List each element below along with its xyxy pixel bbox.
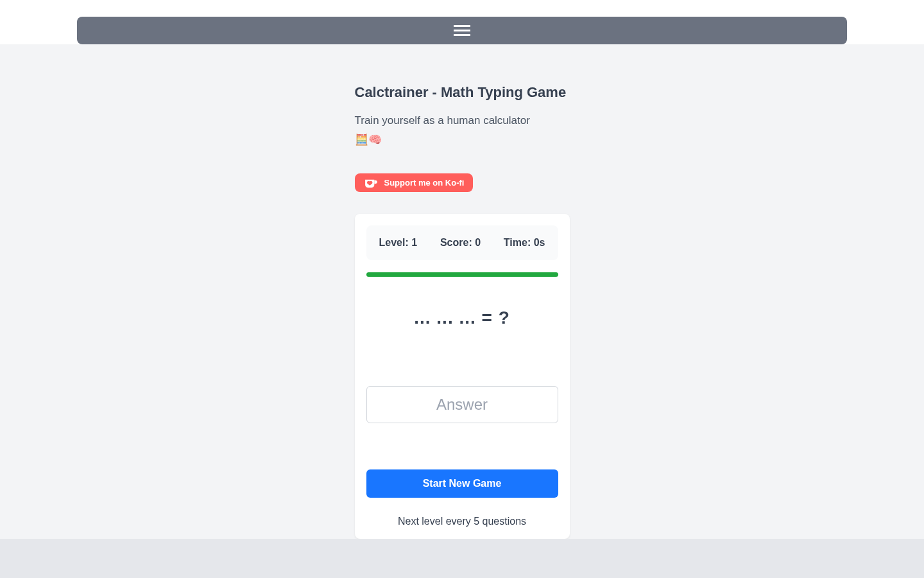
- hamburger-line: [454, 25, 470, 27]
- stats-bar: Level: 1 Score: 0 Time: 0s: [366, 225, 558, 260]
- hint-text: Next level every 5 questions: [366, 516, 558, 527]
- hamburger-menu-button[interactable]: [454, 25, 470, 36]
- start-new-game-button[interactable]: Start New Game: [366, 469, 558, 498]
- stat-level: Level: 1: [379, 237, 418, 249]
- stat-level-label: Level:: [379, 237, 409, 248]
- kofi-label: Support me on Ko-fi: [384, 178, 465, 188]
- game-card: Level: 1 Score: 0 Time: 0s ... ... ... =…: [355, 214, 570, 539]
- stat-score-value: 0: [475, 237, 481, 248]
- progress-bar: [366, 272, 558, 277]
- stat-level-value: 1: [411, 237, 417, 248]
- page-title: Calctrainer - Math Typing Game: [355, 84, 570, 101]
- stat-score: Score: 0: [440, 237, 481, 249]
- stat-time: Time: 0s: [504, 237, 545, 249]
- content-wrapper: Calctrainer - Math Typing Game Train you…: [355, 84, 570, 539]
- nav-bar: [77, 17, 847, 44]
- hamburger-line: [454, 34, 470, 36]
- stat-time-label: Time:: [504, 237, 531, 248]
- question-display: ... ... ... = ?: [366, 308, 558, 328]
- page-subtitle-1: Train yourself as a human calculator: [355, 112, 570, 129]
- top-area: [0, 0, 924, 44]
- hamburger-line: [454, 30, 470, 31]
- stat-time-value: 0s: [534, 237, 545, 248]
- page-subtitle-2: 🧮🧠: [355, 132, 570, 148]
- main-content: Calctrainer - Math Typing Game Train you…: [0, 44, 924, 539]
- kofi-cup-icon: [364, 179, 378, 188]
- heading-wrapper: Calctrainer - Math Typing Game Train you…: [355, 84, 570, 192]
- footer-area: [0, 539, 924, 578]
- stat-score-label: Score:: [440, 237, 472, 248]
- kofi-support-button[interactable]: Support me on Ko-fi: [355, 173, 474, 192]
- answer-input[interactable]: [366, 386, 558, 423]
